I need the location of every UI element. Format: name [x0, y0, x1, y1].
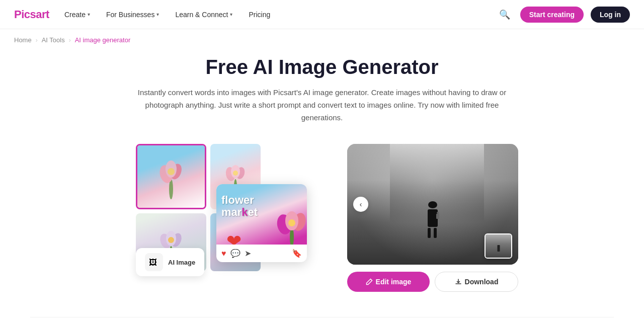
insta-actions-bar: ♥ 💬 ➤ 🔖: [216, 245, 307, 262]
left-panel: flowermarket ❤ ♥ 💬 ➤ 🔖: [126, 144, 307, 271]
instagram-card: flowermarket ❤ ♥ 💬 ➤ 🔖: [216, 184, 307, 262]
share-icon[interactable]: ➤: [245, 249, 251, 258]
nav-for-businesses[interactable]: For Businesses ▾: [105, 8, 160, 22]
like-icon[interactable]: ♥: [221, 249, 226, 258]
nav-left: Picsart Create ▾ For Businesses ▾ Learn …: [14, 8, 271, 22]
breadcrumb-separator: ›: [36, 37, 38, 44]
navigation: Picsart Create ▾ For Businesses ▾ Learn …: [0, 0, 644, 29]
featured-flower-image: [136, 144, 206, 209]
chevron-down-icon: ▾: [156, 12, 159, 17]
right-panel: ‹ Edit image Download: [347, 144, 518, 292]
chevron-down-icon: ▾: [230, 12, 232, 17]
viewer-actions: Edit image Download: [347, 272, 518, 292]
svg-point-14: [168, 237, 174, 243]
comment-icon[interactable]: 💬: [230, 249, 240, 258]
ai-label-text: AI Image: [168, 259, 195, 266]
svg-text:🖼: 🖼: [149, 258, 157, 267]
nav-right: 🔍 Start creating Log in: [496, 6, 630, 23]
ai-image-label: 🖼 AI Image: [136, 248, 204, 276]
hero-description: Instantly convert words into images with…: [136, 87, 508, 124]
hero-section: Free AI Image Generator Instantly conver…: [0, 51, 644, 139]
breadcrumb-current: AI image generator: [75, 36, 131, 44]
breadcrumb-ai-tools[interactable]: AI Tools: [42, 36, 65, 44]
chevron-down-icon: ▾: [88, 12, 90, 17]
insta-card-image: flowermarket ❤: [216, 184, 307, 245]
breadcrumb-home[interactable]: Home: [14, 36, 32, 44]
search-button[interactable]: 🔍: [496, 6, 513, 23]
image-viewer: ‹: [347, 144, 518, 265]
nav-create[interactable]: Create ▾: [63, 8, 91, 22]
insta-text-overlay: flowermarket: [221, 194, 258, 218]
nav-learn-connect[interactable]: Learn & Connect ▾: [174, 8, 233, 22]
svg-point-4: [168, 168, 175, 175]
bookmark-icon[interactable]: 🔖: [292, 249, 302, 258]
thumbnail-preview: [485, 233, 512, 259]
nav-pricing[interactable]: Pricing: [248, 8, 271, 22]
download-button[interactable]: Download: [435, 272, 518, 292]
main-content: flowermarket ❤ ♥ 💬 ➤ 🔖: [0, 139, 644, 312]
page-title: Free AI Image Generator: [10, 56, 634, 78]
breadcrumb: Home › AI Tools › AI image generator: [0, 29, 644, 51]
ai-image-icon: 🖼: [145, 253, 163, 271]
bottom-icons-row: [30, 317, 614, 321]
edit-image-button[interactable]: Edit image: [347, 272, 430, 292]
prev-button[interactable]: ‹: [353, 197, 368, 212]
heart-decoration: ❤: [226, 231, 242, 245]
breadcrumb-separator: ›: [69, 37, 71, 44]
svg-point-24: [288, 219, 295, 226]
logo[interactable]: Picsart: [14, 8, 49, 21]
svg-point-9: [233, 171, 238, 176]
start-creating-button[interactable]: Start creating: [520, 7, 584, 23]
login-button[interactable]: Log in: [591, 7, 630, 23]
